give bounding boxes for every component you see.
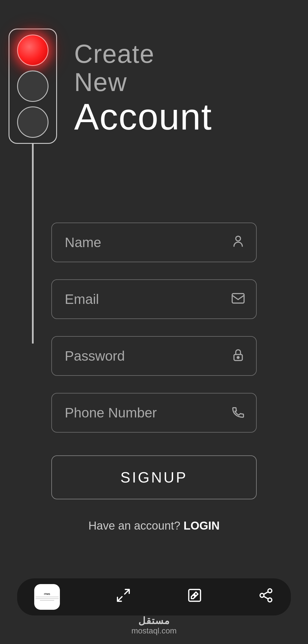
password-input[interactable] [51,336,257,376]
red-light [17,35,48,66]
phone-input[interactable] [51,393,257,433]
phone-field-group [51,393,257,433]
header-account: Account [74,96,285,137]
name-field-group [51,223,257,262]
have-account-section: Have an account? LOGIN [51,519,257,532]
app-thumbnail-content: ITMS [34,584,60,610]
svg-line-5 [117,597,122,601]
green-light [17,106,48,138]
svg-line-4 [125,589,129,594]
header-section: CreateNew Account [74,40,285,137]
watermark-brand: مستقل [131,615,177,626]
screenshot-icon[interactable] [116,588,131,607]
phone-icon [231,405,245,421]
edit-icon[interactable] [187,588,202,607]
email-input[interactable] [51,279,257,319]
signup-button[interactable]: SIGNUP [51,455,257,499]
person-icon [231,234,245,251]
login-link[interactable]: LOGIN [183,519,220,532]
share-icon[interactable] [258,588,274,607]
watermark-url: mostaql.com [131,626,177,635]
traffic-light [9,29,57,344]
svg-point-3 [237,356,239,358]
svg-line-11 [264,591,268,594]
have-account-text: Have an account? [88,519,180,532]
traffic-pole [32,144,34,344]
password-field-group [51,336,257,376]
traffic-light-box [9,29,57,144]
watermark: مستقل mostaql.com [131,615,177,635]
form-section: SIGNUP Have an account? LOGIN [51,223,257,532]
lock-icon [231,348,245,364]
app-thumbnail-icon: ITMS [34,584,60,610]
email-field-group [51,279,257,319]
bottom-toolbar: ITMS [17,578,291,615]
header-create-new: CreateNew [74,40,285,96]
app-label: ITMS [44,593,50,595]
svg-point-0 [236,236,241,241]
yellow-light [17,70,48,102]
email-icon [231,291,245,307]
svg-rect-1 [232,293,244,303]
name-input[interactable] [51,223,257,262]
svg-line-10 [264,596,268,599]
